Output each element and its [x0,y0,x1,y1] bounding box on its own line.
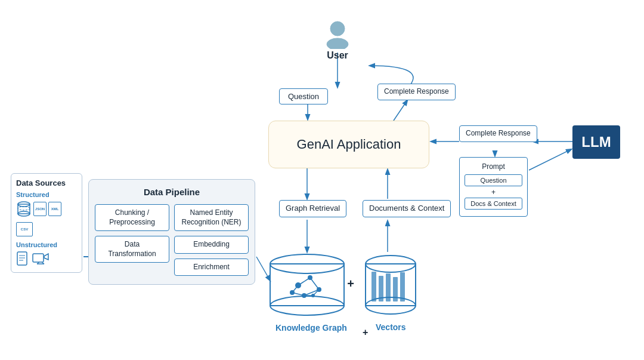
diagram-container: Data Sources Structured JSON XML CSV Uns… [0,0,644,360]
xml-file-icon: XML [48,202,61,216]
svg-rect-17 [17,252,27,265]
pipeline-columns: Chunking / Preprocessing Data Transforma… [95,204,249,276]
genai-title: GenAI Application [297,137,401,152]
svg-line-38 [310,278,319,290]
question-box: Question [279,88,328,104]
csv-file-icon: CSV [16,222,33,236]
llm-box: LLM [572,125,620,159]
svg-line-6 [529,149,571,170]
database-icon [16,201,32,217]
svg-rect-48 [371,272,376,301]
chunking-box: Chunking / Preprocessing [95,204,169,231]
svg-point-27 [327,38,348,49]
kg-label-text: Knowledge Graph [275,323,347,333]
data-sources-box: Data Sources Structured JSON XML CSV Uns… [11,173,82,273]
data-pipeline-title: Data Pipeline [95,187,249,197]
embedding-box: Embedding [174,236,249,254]
svg-rect-49 [379,276,383,301]
structured-label: Structured [16,191,77,198]
prompt-label: Prompt [465,162,522,171]
prompt-question-inner: Question [465,174,522,186]
pipeline-left-column: Chunking / Preprocessing Data Transforma… [95,204,169,276]
svg-line-11 [394,100,407,121]
structured-icons: JSON XML [16,201,77,217]
pipeline-right-column: Named Entity Recognition (NER) Embedding… [174,204,249,276]
unstructured-label: Unstructured [16,241,77,248]
graph-retrieval-label: Graph Retrieval [286,204,340,213]
enrichment-box: Enrichment [174,259,249,276]
docs-context-box: Documents & Context [363,200,451,217]
genai-application-box: GenAI Application [268,121,429,168]
svg-marker-25 [44,254,48,260]
user-icon [322,18,353,49]
user-label: User [327,50,348,61]
user-area: User [322,18,353,61]
plus-separator: + [363,327,368,338]
video-icon [32,252,49,266]
knowledge-graph-label: Knowledge Graph [275,322,347,333]
svg-rect-52 [400,272,405,301]
json-file-icon: JSON [33,202,47,216]
graph-retrieval-box: Graph Retrieval [279,200,346,217]
complete-response-top-label: Complete Response [384,87,449,96]
svg-point-26 [330,21,345,36]
knowledge-graph-icon: + [262,251,423,322]
prompt-plus: + [465,188,522,196]
svg-point-16 [18,207,30,210]
llm-label: LLM [581,134,611,150]
data-sources-title: Data Sources [16,179,77,187]
ner-box: Named Entity Recognition (NER) [174,204,249,231]
docs-context-label: Documents & Context [369,204,444,213]
complete-response-top-box: Complete Response [377,84,456,100]
complete-response-mid-box: Complete Response [459,125,537,142]
svg-line-37 [298,278,310,285]
svg-text:+: + [347,277,354,290]
document-icon [16,251,30,267]
vectors-label: Vectors [376,322,406,332]
svg-rect-51 [393,277,398,301]
complete-response-mid-label: Complete Response [466,129,531,137]
svg-rect-21 [33,254,44,262]
prompt-docs-inner: Docs & Context [465,198,522,210]
data-pipeline-box: Data Pipeline Chunking / Preprocessing D… [88,179,255,285]
transformation-box: Data Transformation [95,236,169,263]
unstructured-icons [16,251,77,267]
svg-line-41 [292,285,298,293]
prompt-box: Prompt Question + Docs & Context [459,157,528,217]
svg-rect-50 [386,273,391,301]
